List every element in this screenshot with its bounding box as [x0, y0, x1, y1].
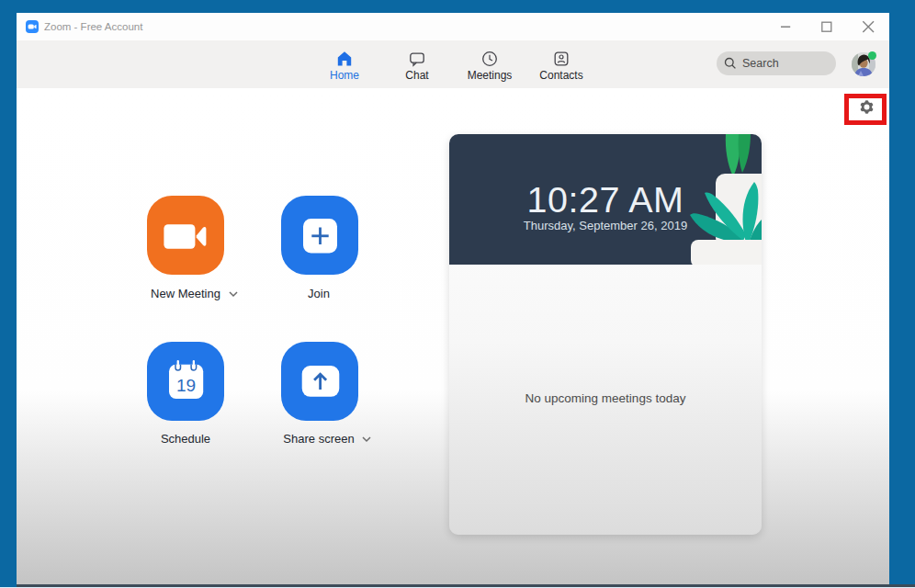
svg-text:19: 19 — [176, 376, 196, 395]
